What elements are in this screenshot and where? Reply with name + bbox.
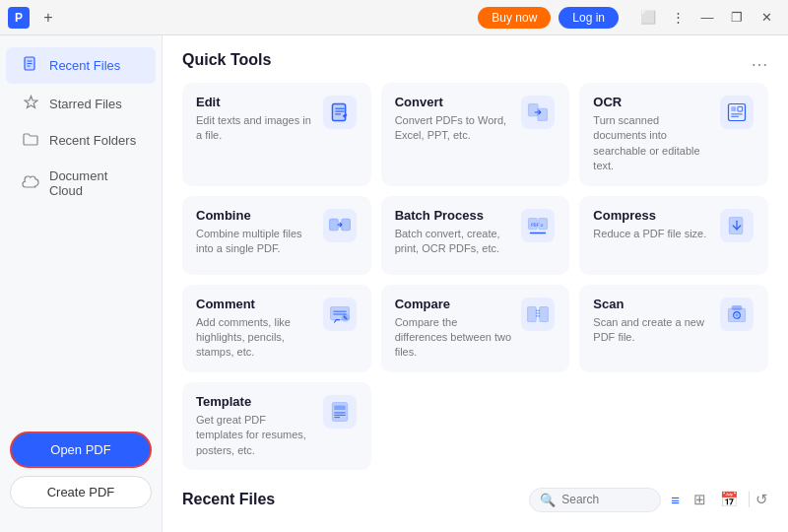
list-view-button[interactable]: ≡ xyxy=(667,490,684,510)
tool-convert-desc: Convert PDFs to Word, Excel, PPT, etc. xyxy=(395,113,513,144)
quick-tools-header: Quick Tools … xyxy=(182,51,768,69)
tool-template-desc: Get great PDF templates for resumes, pos… xyxy=(196,413,314,458)
tool-edit-desc: Edit texts and images in a file. xyxy=(196,113,314,144)
recent-files-header: Recent Files 🔍 ≡ ⊞ 📅 ↺ xyxy=(182,488,768,512)
tool-scan-icon xyxy=(719,297,755,332)
buy-now-button[interactable]: Buy now xyxy=(478,7,551,29)
tool-ocr-desc: Turn scanned documents into searchable o… xyxy=(593,113,711,174)
app-icon: P xyxy=(8,7,30,29)
recent-files-icon xyxy=(22,56,39,75)
maximize-button[interactable]: ❐ xyxy=(723,4,751,32)
tool-batch-name: Batch Process xyxy=(395,208,513,223)
svg-marker-5 xyxy=(25,97,37,108)
minimize-button[interactable]: — xyxy=(693,4,721,32)
tool-edit-text: Edit Edit texts and images in a file. xyxy=(196,95,314,144)
tool-template-text: Template Get great PDF templates for res… xyxy=(196,394,314,458)
tool-template[interactable]: Template Get great PDF templates for res… xyxy=(182,382,371,470)
svg-rect-21 xyxy=(323,209,357,242)
svg-text:✎: ✎ xyxy=(343,315,348,321)
svg-rect-7 xyxy=(332,104,345,121)
folder-icon xyxy=(22,132,39,149)
svg-rect-52 xyxy=(334,405,345,410)
open-pdf-button[interactable]: Open PDF xyxy=(10,432,152,468)
tool-ocr-icon xyxy=(719,95,755,130)
svg-rect-17 xyxy=(731,106,736,111)
titlebar: P + Buy now Log in ⬜ ⋮ — ❐ ✕ xyxy=(0,0,788,35)
svg-rect-13 xyxy=(529,104,538,116)
sidebar-item-label: Starred Files xyxy=(49,97,122,111)
tool-edit[interactable]: Edit Edit texts and images in a file. xyxy=(182,83,371,186)
tool-template-icon xyxy=(322,394,358,430)
search-box[interactable]: 🔍 xyxy=(529,488,661,512)
sidebar: Recent Files Starred Files Recent Folder… xyxy=(0,35,163,532)
titlebar-left: P + xyxy=(8,7,243,29)
tool-batch-desc: Batch convert, create, print, OCR PDFs, … xyxy=(395,227,513,257)
svg-rect-40 xyxy=(528,306,537,321)
content-area: Quick Tools … Edit Edit texts and images… xyxy=(163,35,788,532)
tool-scan-desc: Scan and create a new PDF file. xyxy=(593,315,711,346)
tool-edit-icon xyxy=(322,95,358,130)
main-layout: Recent Files Starred Files Recent Folder… xyxy=(0,35,788,532)
sidebar-bottom: Open PDF Create PDF xyxy=(0,420,162,520)
tool-combine[interactable]: Combine Combine multiple files into a si… xyxy=(182,196,371,275)
svg-rect-49 xyxy=(732,305,741,309)
tool-ocr-name: OCR xyxy=(593,95,711,109)
sidebar-item-recent-files[interactable]: Recent Files xyxy=(6,47,156,84)
new-tab-button[interactable]: + xyxy=(37,7,59,29)
svg-rect-22 xyxy=(329,219,338,230)
sidebar-item-label: Recent Files xyxy=(49,58,120,73)
tool-edit-name: Edit xyxy=(196,95,314,109)
tool-compress-name: Compress xyxy=(593,208,711,223)
tool-batch-icon: PDF x xyxy=(520,208,556,243)
sidebar-item-recent-folders[interactable]: Recent Folders xyxy=(6,123,156,158)
divider xyxy=(749,492,750,507)
tool-template-name: Template xyxy=(196,394,314,409)
tool-ocr[interactable]: OCR Turn scanned documents into searchab… xyxy=(579,83,768,186)
menu-button[interactable]: ⋮ xyxy=(664,4,691,32)
svg-rect-51 xyxy=(332,402,347,421)
tool-comment-text: Comment Add comments, like highlights, p… xyxy=(196,297,314,361)
search-input[interactable] xyxy=(561,493,650,506)
tool-combine-text: Combine Combine multiple files into a si… xyxy=(196,208,314,257)
tool-batch-text: Batch Process Batch convert, create, pri… xyxy=(395,208,513,257)
tool-combine-icon xyxy=(322,208,358,243)
grid-view-button[interactable]: ⊞ xyxy=(690,489,710,510)
tool-comment-name: Comment xyxy=(196,297,314,311)
tool-compress-text: Compress Reduce a PDF file size. xyxy=(593,208,711,241)
tool-compare[interactable]: Compare Compare the differences between … xyxy=(381,285,570,372)
tool-combine-desc: Combine multiple files into a single PDF… xyxy=(196,227,314,257)
calendar-view-button[interactable]: 📅 xyxy=(716,489,743,510)
sidebar-item-label: Document Cloud xyxy=(49,168,140,198)
recent-files-controls: 🔍 ≡ ⊞ 📅 ↺ xyxy=(529,488,768,512)
close-button[interactable]: ✕ xyxy=(753,4,780,32)
tool-scan-text: Scan Scan and create a new PDF file. xyxy=(593,297,711,346)
sidebar-item-document-cloud[interactable]: Document Cloud xyxy=(6,160,156,207)
tool-batch-process[interactable]: Batch Process Batch convert, create, pri… xyxy=(381,196,570,275)
login-button[interactable]: Log in xyxy=(558,7,619,29)
tool-compress-icon xyxy=(719,208,755,243)
tool-convert-name: Convert xyxy=(395,95,513,109)
monitor-button[interactable]: ⬜ xyxy=(634,4,662,32)
refresh-button[interactable]: ↺ xyxy=(755,491,768,508)
tool-convert-icon xyxy=(520,95,556,130)
svg-text:x: x xyxy=(541,223,544,228)
svg-rect-41 xyxy=(540,306,549,321)
tool-compress[interactable]: Compress Reduce a PDF file size. xyxy=(579,196,768,275)
create-pdf-button[interactable]: Create PDF xyxy=(10,476,152,508)
svg-text:PDF: PDF xyxy=(531,223,540,228)
tool-scan-name: Scan xyxy=(593,297,711,311)
titlebar-right: Buy now Log in ⬜ ⋮ — ❐ ✕ xyxy=(478,4,780,32)
search-icon: 🔍 xyxy=(540,493,556,507)
tool-comment-desc: Add comments, like highlights, pencils, … xyxy=(196,315,314,361)
svg-rect-15 xyxy=(720,96,754,129)
tool-scan[interactable]: Scan Scan and create a new PDF file. xyxy=(579,285,768,372)
tools-grid: Edit Edit texts and images in a file. xyxy=(182,83,768,470)
tool-comment[interactable]: Comment Add comments, like highlights, p… xyxy=(182,285,371,372)
sidebar-item-starred-files[interactable]: Starred Files xyxy=(6,86,156,121)
tool-comment-icon: ✎ xyxy=(322,297,358,332)
star-icon xyxy=(22,95,39,112)
window-controls: ⬜ ⋮ — ❐ ✕ xyxy=(634,4,780,32)
more-options-button[interactable]: … xyxy=(751,51,768,69)
tool-convert[interactable]: Convert Convert PDFs to Word, Excel, PPT… xyxy=(381,83,570,186)
sidebar-item-label: Recent Folders xyxy=(49,133,136,148)
